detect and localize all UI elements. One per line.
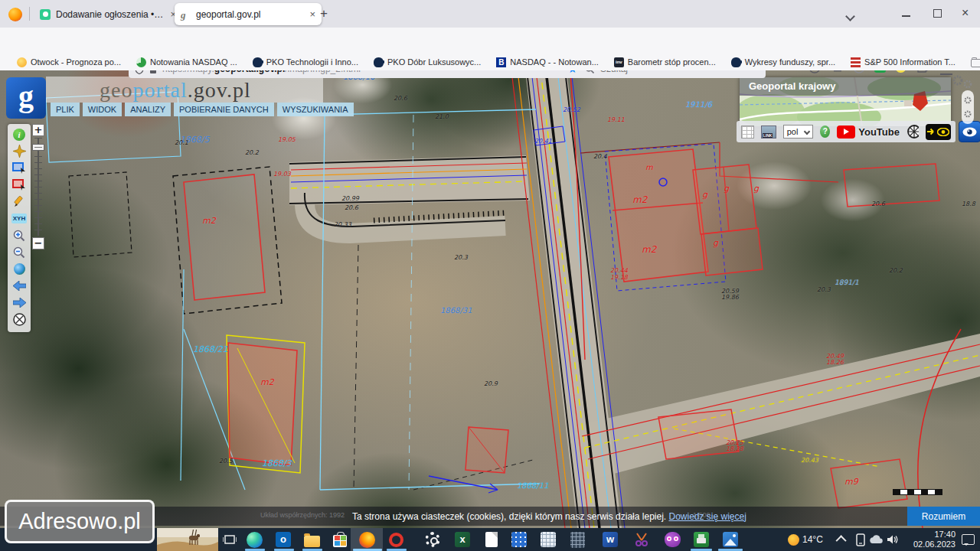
- zoom-out-icon[interactable]: [11, 244, 28, 260]
- tab2-close-icon[interactable]: ×: [309, 8, 315, 20]
- edge-icon[interactable]: [245, 530, 263, 549]
- bookmark-item[interactable]: BNASDAQ - - Notowan...: [490, 55, 605, 69]
- select-rect-red-icon[interactable]: [11, 177, 28, 193]
- youtube-play-icon: [837, 126, 855, 139]
- compass-icon[interactable]: [11, 143, 28, 159]
- tray-expand-chevron-icon[interactable]: [833, 530, 851, 549]
- zoom-in-button[interactable]: +: [32, 124, 44, 136]
- bookmark-item[interactable]: invBarometr stóp procen...: [608, 55, 722, 69]
- layout-grid-icon[interactable]: [741, 126, 754, 139]
- bookmark-label: Notowania NASDAQ ...: [150, 57, 237, 67]
- geoportal-toolbar: LINK pol ? YouTube: [737, 121, 956, 142]
- tab2-favicon: g: [181, 9, 191, 19]
- contrast-toggle[interactable]: [926, 124, 951, 140]
- inv-icon: inv: [614, 57, 624, 67]
- onedrive-cloud-icon[interactable]: [867, 530, 885, 549]
- cookie-accept-button[interactable]: Rozumiem: [907, 507, 980, 526]
- pencil-icon[interactable]: [11, 194, 28, 210]
- libreoffice-icon[interactable]: [482, 530, 501, 549]
- bookmark-label: Barometr stóp procen...: [628, 57, 716, 67]
- help-icon[interactable]: ?: [820, 126, 830, 138]
- search-highlight-image[interactable]: [157, 528, 218, 551]
- menu-widok[interactable]: WIDOK: [83, 103, 122, 116]
- calculator-icon[interactable]: [568, 530, 586, 549]
- geoportal-menu: PLIKWIDOKANALIZYPOBIERANIE DANYCHWYSZUKI…: [51, 103, 354, 116]
- folder-icon: [971, 59, 980, 67]
- running-indicator: [387, 549, 407, 551]
- sun-icon: [17, 57, 27, 67]
- browser-nav-bar: ← → ↻ https://mapy.geoportal.gov.pl/imap…: [0, 28, 980, 54]
- tab1-favicon: [40, 9, 51, 20]
- info-icon[interactable]: i: [11, 126, 28, 142]
- menu-analizy[interactable]: ANALIZY: [125, 103, 171, 116]
- volume-icon[interactable]: [884, 530, 902, 549]
- window-restore-button[interactable]: [933, 9, 942, 18]
- visibility-panel-button[interactable]: [959, 121, 980, 142]
- microsoft-store-icon[interactable]: [331, 530, 349, 549]
- firefox-icon: [8, 8, 22, 21]
- link-icon[interactable]: LINK: [761, 126, 776, 139]
- map-toolbar: i XYH: [8, 124, 31, 332]
- settings-gear-icon[interactable]: [423, 530, 442, 549]
- tab-geoportal[interactable]: g geoportal.gov.pl ×: [175, 3, 322, 25]
- geoportal-logo[interactable]: g: [6, 77, 46, 119]
- bookmark-item[interactable]: Otwock - Prognoza po...: [11, 55, 127, 69]
- zoom-track[interactable]: [38, 138, 39, 236]
- language-select[interactable]: pol: [783, 125, 813, 139]
- window-minimize-button[interactable]: [902, 15, 910, 17]
- word-icon[interactable]: w: [601, 530, 619, 549]
- full-extent-icon[interactable]: [11, 311, 28, 328]
- window-close-button[interactable]: ×: [962, 6, 969, 20]
- menu-wyszukiwania[interactable]: WYSZUKIWANIA: [277, 103, 354, 116]
- action-center-icon[interactable]: [959, 530, 977, 549]
- excel-icon[interactable]: x: [453, 530, 472, 549]
- outlook-icon[interactable]: o: [274, 530, 292, 549]
- weather-temperature[interactable]: 14°C: [802, 534, 823, 545]
- cookie-more-link[interactable]: Dowiedz się więcej: [668, 511, 746, 522]
- geoportal-title: geoportal.gov.pl: [100, 78, 251, 103]
- menu-plik[interactable]: PLIK: [51, 103, 80, 116]
- bookmark-item[interactable]: FED: [965, 55, 980, 69]
- printer-app-icon[interactable]: [692, 530, 710, 549]
- zoom-in-icon[interactable]: [11, 227, 28, 243]
- bookmark-item[interactable]: PKO Technologii i Inno...: [247, 55, 364, 69]
- bookmark-label: S&P 500 Information T...: [864, 57, 956, 67]
- photos-icon[interactable]: [721, 530, 740, 549]
- bookmark-item[interactable]: PKO Dóbr Luksusowyc...: [368, 55, 487, 69]
- previous-view-icon[interactable]: [11, 278, 28, 294]
- zoom-handle[interactable]: [32, 144, 44, 151]
- new-tab-button[interactable]: +: [320, 6, 328, 21]
- next-view-icon[interactable]: [11, 295, 28, 311]
- taskbar-clock[interactable]: 17:40 02.06.2023: [902, 530, 956, 549]
- menu-pobieranie-danych[interactable]: POBIERANIE DANYCH: [174, 103, 274, 116]
- zoom-out-button[interactable]: −: [32, 237, 44, 249]
- table-app-icon[interactable]: [539, 530, 557, 549]
- task-view-button[interactable]: [220, 530, 239, 549]
- bookmark-item[interactable]: Notowania NASDAQ ...: [130, 55, 243, 69]
- tab-dodawanie-ogloszenia[interactable]: Dodawanie ogłoszenia • www… ×: [34, 3, 182, 25]
- bookmark-label: Otwock - Prognoza po...: [31, 57, 121, 67]
- purple-app-icon[interactable]: [663, 530, 681, 549]
- firefox-icon[interactable]: [358, 530, 376, 549]
- globe-icon[interactable]: [11, 261, 28, 277]
- grid-app-icon[interactable]: [510, 530, 528, 549]
- map-viewport[interactable]: 1868/101868/51868/211868/31868/311868/11…: [0, 70, 980, 551]
- weather-sun-icon[interactable]: [784, 530, 802, 549]
- bookmark-item[interactable]: Wykresy funduszy, spr...: [725, 55, 841, 69]
- bookmark-item[interactable]: S&P 500 Information T...: [844, 55, 962, 69]
- side-tools-pill[interactable]: [962, 90, 974, 124]
- youtube-button[interactable]: YouTube: [837, 126, 900, 139]
- opera-icon[interactable]: [387, 530, 405, 549]
- xyh-icon[interactable]: XYH: [11, 210, 28, 227]
- running-indicator: [691, 549, 712, 551]
- snipping-tool-icon[interactable]: [632, 530, 651, 549]
- wheel-icon[interactable]: [906, 124, 919, 139]
- select-rect-blue-icon[interactable]: [11, 160, 28, 176]
- file-explorer-icon[interactable]: [302, 530, 321, 549]
- overview-minimap[interactable]: Geoportal krajowy: [740, 77, 951, 126]
- arrow-icon: [927, 128, 936, 135]
- map-settings-gears-icon[interactable]: [952, 75, 975, 90]
- bookmark-label: Wykresy funduszy, spr...: [745, 57, 835, 67]
- tab-list-chevron-icon[interactable]: [847, 9, 854, 23]
- firefox-view-button[interactable]: [6, 5, 24, 24]
